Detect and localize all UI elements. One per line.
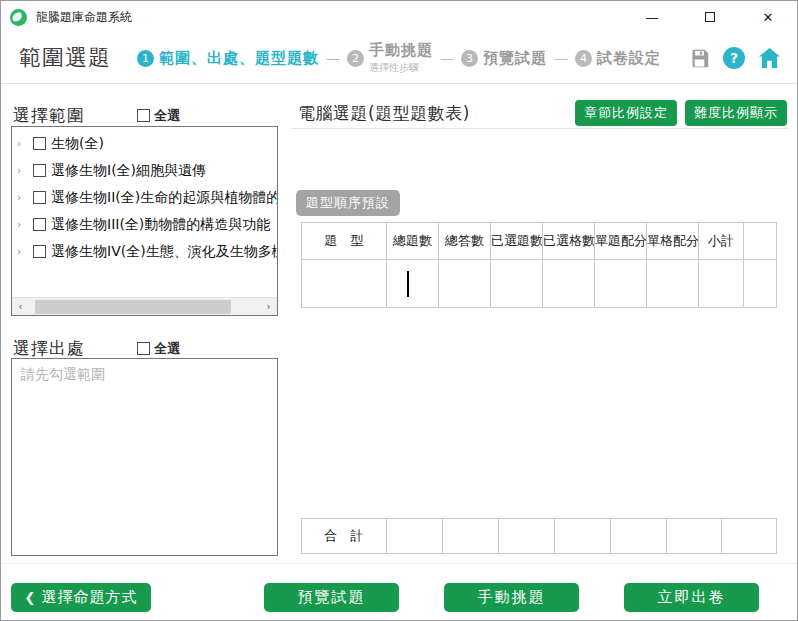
tree-item-checkbox[interactable] <box>33 245 46 258</box>
step-separator: — <box>440 50 454 66</box>
cell-total-questions[interactable] <box>387 260 439 308</box>
footer-divider <box>1 563 797 564</box>
col-total-answers: 總答數 <box>439 223 491 260</box>
step-2-number: 2 <box>347 50 364 67</box>
source-select-all-checkbox[interactable] <box>137 342 150 355</box>
cell-subtotal[interactable] <box>699 260 744 308</box>
back-button-label: 選擇命題方式 <box>41 588 137 607</box>
tree-item-bio-3[interactable]: › 選修生物III(全)動物體的構造與功能 <box>12 211 277 238</box>
scrollbar-thumb[interactable] <box>35 300 231 314</box>
tree-item-bio-1[interactable]: › 選修生物I(全)細胞與遺傳 <box>12 157 277 184</box>
close-button[interactable]: ✕ <box>739 1 797 33</box>
question-type-order-preset-button[interactable]: 題型順序預設 <box>296 190 400 216</box>
chevron-right-icon[interactable]: › <box>17 245 30 258</box>
source-section-title: 選擇出處 <box>13 337 85 360</box>
tree-item-bio-2[interactable]: › 選修生物II(全)生命的起源與植物體的構造 <box>12 184 277 211</box>
col-total-questions: 總題數 <box>387 223 439 260</box>
page-header: 範圍選題 1 範圍、出處、題型題數 — 2 手動挑題 選擇性步驟 — 3 預覽試… <box>1 35 797 81</box>
source-select-all[interactable]: 全選 <box>137 340 180 358</box>
step-1: 1 範圍、出處、題型題數 <box>137 49 319 68</box>
col-question-type: 題 型 <box>302 223 387 260</box>
chevron-right-icon[interactable]: › <box>17 191 30 204</box>
range-tree: › 生物(全) › 選修生物I(全)細胞與遺傳 › 選修生物II(全)生命的起源… <box>11 126 278 316</box>
step-3: 3 預覽試題 <box>461 49 547 68</box>
cell-question-type[interactable] <box>302 260 387 308</box>
range-select-all-label: 全選 <box>154 107 180 125</box>
tree-item-checkbox[interactable] <box>33 191 46 204</box>
difficulty-ratio-button[interactable]: 難度比例顯示 <box>685 100 787 126</box>
step-2: 2 手動挑題 選擇性步驟 <box>347 41 433 75</box>
step-3-label: 預覽試題 <box>483 49 547 68</box>
cell-points-per-question[interactable] <box>595 260 647 308</box>
horizontal-scrollbar[interactable]: ‹ › <box>12 297 277 315</box>
page-title: 範圍選題 <box>19 43 111 73</box>
tree-item-checkbox[interactable] <box>33 218 46 231</box>
chevron-right-icon[interactable]: › <box>17 164 30 177</box>
preview-questions-button[interactable]: 預覽試題 <box>264 583 399 612</box>
cell-points-per-blank[interactable] <box>647 260 699 308</box>
help-icon[interactable]: ? <box>723 47 745 69</box>
step-4: 4 試卷設定 <box>575 49 661 68</box>
range-section-title: 選擇範圍 <box>13 104 85 127</box>
step-1-label: 範圍、出處、題型題數 <box>159 49 319 68</box>
total-points-per-blank-value <box>667 519 722 554</box>
source-section-header: 選擇出處 全選 <box>13 337 278 360</box>
wizard-steps: 1 範圍、出處、題型題數 — 2 手動挑題 選擇性步驟 — 3 預覽試題 — 4… <box>137 41 661 75</box>
minimize-button[interactable]: — <box>623 1 681 33</box>
scroll-right-icon[interactable]: › <box>260 301 277 312</box>
generate-exam-button[interactable]: 立即出卷 <box>624 583 759 612</box>
col-selected-questions: 已選題數 <box>491 223 543 260</box>
total-points-per-question-value <box>611 519 667 554</box>
step-separator: — <box>326 50 340 66</box>
source-placeholder-text: 請先勾選範圍 <box>12 359 277 391</box>
total-selected-blanks-value <box>555 519 611 554</box>
col-extra <box>744 223 777 260</box>
tree-item-bio-4[interactable]: › 選修生物IV(全)生態、演化及生物多樣性 <box>12 238 277 265</box>
chevron-right-icon[interactable]: › <box>17 218 30 231</box>
step-3-number: 3 <box>461 50 478 67</box>
tree-item-bio-all[interactable]: › 生物(全) <box>12 130 277 157</box>
step-2-subtitle: 選擇性步驟 <box>369 61 433 75</box>
total-row: 合 計 <box>302 519 777 554</box>
save-icon[interactable] <box>689 48 710 69</box>
title-bar: 龍騰題庫命題系統 — ✕ <box>1 1 797 33</box>
col-selected-blanks: 已選格數 <box>543 223 595 260</box>
total-subtotal-value <box>722 519 777 554</box>
cell-total-answers[interactable] <box>439 260 491 308</box>
scroll-left-icon[interactable]: ‹ <box>12 301 29 312</box>
tree-item-checkbox[interactable] <box>33 164 46 177</box>
col-points-per-question: 單題配分 <box>595 223 647 260</box>
header-icons: ? <box>689 47 781 69</box>
source-select-all-label: 全選 <box>154 340 180 358</box>
range-section-header: 選擇範圍 全選 <box>13 104 278 127</box>
step-separator: — <box>554 50 568 66</box>
chevron-right-icon[interactable]: › <box>17 137 30 150</box>
total-answers-value <box>443 519 499 554</box>
back-to-method-button[interactable]: ❮ 選擇命題方式 <box>11 583 151 612</box>
range-select-all-checkbox[interactable] <box>137 109 150 122</box>
table-header-row: 題 型 總題數 總答數 已選題數 已選格數 單題配分 單格配分 小計 <box>302 223 777 260</box>
step-2-label: 手動挑題 <box>369 41 433 60</box>
tree-item-checkbox[interactable] <box>33 137 46 150</box>
total-questions-value <box>387 519 443 554</box>
header-divider <box>1 83 797 84</box>
window-title: 龍騰題庫命題系統 <box>36 9 132 26</box>
chapter-ratio-button[interactable]: 章節比例設定 <box>575 100 677 126</box>
step-1-number: 1 <box>137 50 154 67</box>
question-type-table: 題 型 總題數 總答數 已選題數 已選格數 單題配分 單格配分 小計 <box>301 222 777 308</box>
manual-pick-button[interactable]: 手動挑題 <box>444 583 579 612</box>
step-4-label: 試卷設定 <box>597 49 661 68</box>
total-row-table: 合 計 <box>301 518 777 554</box>
cell-selected-questions[interactable] <box>491 260 543 308</box>
range-select-all[interactable]: 全選 <box>137 107 180 125</box>
window-controls: — ✕ <box>623 1 797 33</box>
text-caret <box>407 271 409 297</box>
cell-selected-blanks[interactable] <box>543 260 595 308</box>
total-label: 合 計 <box>302 519 387 554</box>
home-icon[interactable] <box>758 47 781 69</box>
cell-extra[interactable] <box>744 260 777 308</box>
source-list-panel[interactable]: 請先勾選範圍 <box>11 358 278 556</box>
table-row <box>302 260 777 308</box>
app-logo-icon <box>10 9 27 26</box>
maximize-button[interactable] <box>681 1 739 33</box>
